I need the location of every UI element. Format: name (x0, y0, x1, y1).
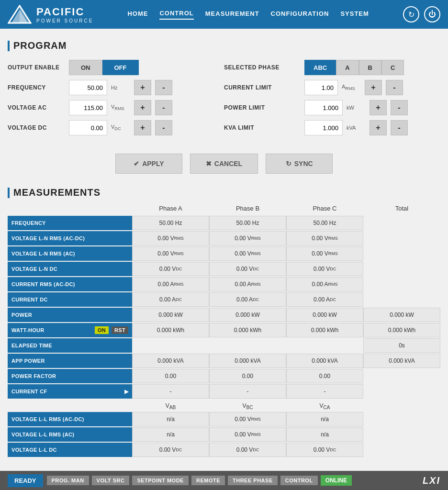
output-on-button[interactable]: ON (69, 60, 102, 75)
online-badge: ONLINE (321, 475, 352, 486)
kva-limit-minus-button[interactable]: - (391, 120, 408, 135)
frequency-input[interactable] (69, 80, 107, 95)
voltage-ac-plus-button[interactable]: + (134, 100, 151, 115)
watt-hour-on-badge[interactable]: ON (95, 326, 109, 334)
cancel-button[interactable]: ✖ CANCEL (190, 154, 258, 174)
voltage-dc-unit: VDC (111, 124, 130, 131)
row-label-vll-dc: VOLTAGE L-L DC (8, 443, 132, 457)
kva-limit-row: KVA LIMIT kVA + - (224, 120, 440, 135)
watt-hour-rst-badge[interactable]: RST (112, 326, 128, 334)
power-limit-minus-button[interactable]: - (391, 100, 408, 115)
sync-button[interactable]: ↻ SYNC (266, 154, 333, 174)
frequency-minus-button[interactable]: - (155, 80, 172, 95)
row-label-frequency: FREQUENCY (8, 216, 132, 230)
kva-limit-plus-button[interactable]: + (370, 120, 387, 135)
wh-phase-b: 0.000 kWh (209, 323, 286, 337)
cancel-label: CANCEL (214, 160, 242, 167)
brand-sub: POWER SOURCE (36, 18, 93, 23)
pf-phase-b: 0.00 (209, 369, 286, 383)
vln-dc-total (363, 262, 440, 276)
power-phase-b: 0.000 kW (209, 308, 286, 322)
nav-measurement[interactable]: MEASUREMENT (205, 10, 259, 19)
sync-label: SYNC (294, 160, 313, 167)
apply-label: APPLY (142, 160, 164, 167)
status-control: CONTROL (280, 476, 318, 485)
power-button[interactable]: ⏻ (424, 6, 440, 22)
voltage-dc-row: VOLTAGE DC VDC + - (8, 120, 224, 135)
brand-name: PACIFIC (36, 6, 93, 18)
voltage-ac-unit: VRMS (111, 104, 130, 111)
status-remote: REMOTE (191, 476, 225, 485)
vln-ac-phase-b: 0.00 VRMS (209, 246, 286, 261)
voltage-dc-input[interactable] (69, 120, 107, 135)
vll-dc-vbc: 0.00 VDC (209, 443, 286, 457)
voltage-ac-minus-button[interactable]: - (155, 100, 172, 115)
ll-header-total (363, 402, 440, 410)
current-limit-minus-button[interactable]: - (386, 80, 403, 95)
cf-total (363, 384, 440, 399)
checkmark-icon: ✔ (134, 160, 139, 167)
voltage-dc-minus-button[interactable]: - (155, 120, 172, 135)
status-three-phase: THREE PHASE (228, 476, 278, 485)
table-row: FREQUENCY 50.00 Hz 50.00 Hz 50.00 Hz (8, 216, 440, 230)
voltage-ac-label: VOLTAGE AC (8, 104, 65, 111)
phase-abc-button[interactable]: ABC (304, 60, 336, 75)
col-header-label (8, 205, 132, 212)
current-cf-arrow-icon[interactable]: ▶ (124, 389, 128, 395)
col-header-phase-a: Phase A (132, 205, 209, 212)
pf-phase-c: 0.00 (286, 369, 363, 383)
power-limit-plus-button[interactable]: + (370, 100, 387, 115)
row-label-power: POWER (8, 308, 132, 322)
nav-control[interactable]: CONTROL (159, 10, 193, 20)
ll-header-vca: VCA (286, 402, 363, 410)
vln-dc-phase-b: 0.00 VDC (209, 262, 286, 276)
output-enable-label: OUTPUT ENABLE (8, 64, 65, 71)
nav-home[interactable]: HOME (127, 10, 148, 19)
apply-button[interactable]: ✔ APPLY (115, 154, 182, 174)
voltage-dc-plus-button[interactable]: + (134, 120, 151, 135)
wh-total: 0.000 kWh (363, 323, 440, 337)
freq-phase-a: 50.00 Hz (132, 216, 209, 230)
phase-c-button[interactable]: C (381, 60, 404, 75)
idc-phase-b: 0.00 ADC (209, 292, 286, 307)
measurements-col-headers: Phase A Phase B Phase C Total (8, 205, 440, 214)
elapsed-phase-b (209, 338, 286, 353)
table-row: CURRENT RMS (AC-DC) 0.00 ARMS 0.00 ARMS … (8, 277, 440, 291)
ll-col-headers: VAB VBC VCA (8, 402, 440, 410)
sync-icon: ↻ (286, 160, 291, 167)
phase-a-button[interactable]: A (336, 60, 358, 75)
current-limit-unit: ARMS (342, 84, 361, 91)
footer-status-bar: READY PROG. MAN VOLT SRC SETPOINT MODE R… (0, 471, 448, 490)
table-row: VOLTAGE L-L RMS (AC) n/a 0.00 VRMS n/a (8, 427, 440, 442)
action-row: ✔ APPLY ✖ CANCEL ↻ SYNC (8, 150, 440, 178)
frequency-unit: Hz (111, 85, 130, 90)
table-row: VOLTAGE L-L DC 0.00 VDC 0.00 VDC 0.00 VD… (8, 443, 440, 457)
vln-ac-phase-c: 0.00 VRMS (286, 246, 363, 261)
refresh-button[interactable]: ↻ (403, 6, 419, 22)
current-limit-plus-button[interactable]: + (365, 80, 382, 95)
row-label-app-power: APP POWER (8, 354, 132, 368)
power-limit-input[interactable] (304, 100, 343, 115)
freq-total (363, 216, 440, 230)
vll-dc-vca: 0.00 VDC (286, 443, 363, 457)
output-off-button[interactable]: OFF (102, 60, 139, 75)
frequency-plus-button[interactable]: + (134, 80, 151, 95)
program-left: OUTPUT ENABLE ON OFF FREQUENCY Hz + - VO… (8, 58, 224, 142)
wh-phase-c: 0.000 kWh (286, 323, 363, 337)
current-limit-input[interactable] (304, 80, 338, 95)
table-row: VOLTAGE L-N DC 0.00 VDC 0.00 VDC 0.00 VD… (8, 262, 440, 276)
row-label-voltage-ln-rms-ac: VOLTAGE L-N RMS (AC) (8, 246, 132, 261)
col-header-phase-c: Phase C (286, 205, 363, 212)
row-label-vll-rms-acdc: VOLTAGE L-L RMS (AC-DC) (8, 412, 132, 426)
table-row: CURRENT DC 0.00 ADC 0.00 ADC 0.00 ADC (8, 292, 440, 307)
app-power-phase-c: 0.000 kVA (286, 354, 363, 368)
phase-b-button[interactable]: B (359, 60, 381, 75)
idc-total (363, 292, 440, 307)
power-total: 0.000 kW (363, 308, 440, 322)
nav-configuration[interactable]: CONFIGURATION (271, 10, 329, 19)
vll-ac-total (363, 427, 440, 442)
header: PACIFIC POWER SOURCE HOME CONTROL MEASUR… (0, 0, 448, 29)
voltage-ac-input[interactable] (69, 100, 107, 115)
kva-limit-input[interactable] (304, 120, 343, 135)
nav-system[interactable]: SYSTEM (340, 10, 369, 19)
